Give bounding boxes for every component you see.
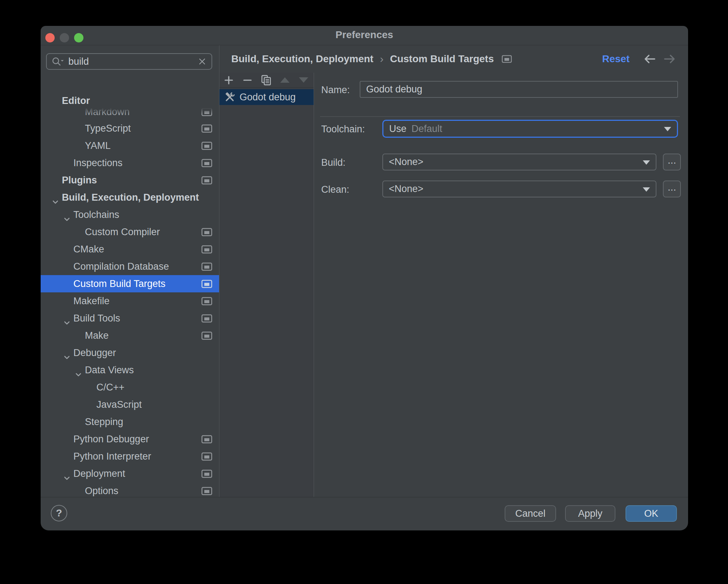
sidebar-item-label: Make [85, 327, 109, 344]
clean-value: <None> [389, 183, 423, 195]
build-browse-button[interactable]: ... [663, 154, 681, 170]
clean-select[interactable]: <None> [382, 181, 656, 197]
clean-browse-button[interactable]: ... [663, 181, 681, 197]
toolchain-label: Toolchain: [321, 124, 365, 135]
sidebar-item-plugins[interactable]: Plugins [41, 172, 219, 189]
settings-match-icon [201, 452, 212, 461]
sidebar-item-compilation-database[interactable]: Compilation Database [41, 258, 219, 275]
settings-match-icon [201, 142, 212, 150]
sidebar-item-label: Options [85, 482, 118, 497]
chevron-down-icon [63, 353, 71, 361]
sidebar-item-stepping[interactable]: Stepping [41, 413, 219, 430]
sidebar-item-makefile[interactable]: Makefile [41, 292, 219, 310]
sidebar-item-custom-build-targets[interactable]: Custom Build Targets [41, 275, 219, 292]
breadcrumb-separator: › [380, 53, 383, 65]
chevron-down-icon [63, 319, 71, 327]
sidebar-item-label: C/C++ [96, 379, 124, 396]
sidebar-item-inspections[interactable]: Inspections [41, 154, 219, 172]
form-divider [320, 116, 680, 117]
duplicate-target-icon[interactable] [257, 73, 276, 87]
sidebar-item-python-debugger[interactable]: Python Debugger [41, 430, 219, 448]
settings-match-icon [201, 280, 212, 288]
sidebar-item-cmake[interactable]: CMake [41, 241, 219, 258]
sidebar-item-label: Deployment [73, 465, 125, 482]
build-target-icon [224, 92, 235, 102]
sidebar-item-label: Debugger [73, 344, 116, 361]
sidebar-item-toolchains[interactable]: Toolchains [41, 206, 219, 223]
sidebar-item-typescript[interactable]: TypeScript [41, 120, 219, 137]
sidebar-item-options[interactable]: Options [41, 482, 219, 497]
name-field[interactable]: Godot debug [360, 81, 678, 98]
sidebar-item-label: YAML [85, 137, 111, 154]
preferences-dialog: Preferences build EditorMarkdownTypeScri… [41, 26, 688, 530]
sidebar-item-label: CMake [73, 241, 104, 258]
dropdown-arrow-icon [643, 187, 650, 192]
settings-match-icon [201, 263, 212, 271]
apply-button[interactable]: Apply [565, 505, 615, 522]
sidebar-item-label: Editor [62, 93, 90, 108]
sidebar-item-javascript[interactable]: JavaScript [41, 396, 219, 413]
sidebar-item-c-c[interactable]: C/C++ [41, 379, 219, 396]
toolchain-select[interactable]: Use Default [382, 120, 678, 138]
move-down-icon[interactable] [294, 73, 313, 87]
sidebar-item-label: Plugins [62, 172, 97, 189]
sidebar-item-label: JavaScript [96, 396, 142, 413]
settings-match-icon [201, 245, 212, 254]
sidebar-item-debugger[interactable]: Debugger [41, 344, 219, 361]
sidebar-item-build-tools[interactable]: Build Tools [41, 310, 219, 327]
sidebar-item-build-execution-deployment[interactable]: Build, Execution, Deployment [41, 189, 219, 206]
target-settings-form: Name: Godot debug Toolchain: Use Default… [314, 73, 688, 497]
settings-match-icon [201, 314, 212, 323]
sidebar-item-label: Custom Build Targets [73, 275, 165, 292]
move-up-icon[interactable] [276, 73, 294, 87]
sidebar-item-deployment[interactable]: Deployment [41, 465, 219, 482]
toolchain-value: Default [411, 123, 442, 134]
sidebar-item-yaml[interactable]: YAML [41, 137, 219, 154]
sidebar-item-make[interactable]: Make [41, 327, 219, 344]
dropdown-arrow-icon [664, 127, 671, 131]
sidebar-item-label: Stepping [85, 413, 123, 430]
sidebar-item-editor[interactable]: Editor [41, 93, 219, 108]
settings-match-icon [201, 470, 212, 478]
sidebar-item-label: TypeScript [85, 120, 131, 137]
build-label: Build: [321, 157, 346, 168]
name-value: Godot debug [366, 84, 422, 95]
sidebar-item-label: Data Views [85, 361, 134, 379]
chevron-down-icon [63, 474, 71, 482]
sidebar-item-python-interpreter[interactable]: Python Interpreter [41, 448, 219, 465]
ok-button[interactable]: OK [625, 505, 677, 522]
sidebar-item-label: Toolchains [73, 206, 119, 223]
clean-label: Clean: [321, 184, 349, 195]
toolchain-prefix: Use [389, 123, 406, 134]
cancel-button[interactable]: Cancel [505, 505, 556, 522]
back-arrow-button[interactable] [643, 53, 656, 65]
header-bar: Build, Execution, Deployment › Custom Bu… [219, 45, 688, 73]
sidebar-item-data-views[interactable]: Data Views [41, 361, 219, 379]
dialog-footer: ? Cancel Apply OK [41, 497, 688, 530]
sidebar-item-label: Compilation Database [73, 258, 169, 275]
sidebar-item-label: Custom Compiler [85, 223, 160, 241]
sidebar-item-label: Build, Execution, Deployment [62, 189, 199, 206]
build-targets-list-panel: Godot debug [219, 73, 314, 497]
reset-link[interactable]: Reset [602, 45, 629, 73]
add-target-icon[interactable] [219, 73, 238, 87]
settings-match-icon [201, 435, 212, 443]
sidebar-item-label: Python Interpreter [73, 448, 151, 465]
settings-match-icon [201, 228, 212, 236]
sidebar-item-custom-compiler[interactable]: Custom Compiler [41, 223, 219, 241]
breadcrumb-section[interactable]: Build, Execution, Deployment [231, 53, 373, 65]
settings-match-icon [201, 176, 212, 184]
sidebar-item-label: Inspections [73, 154, 123, 172]
window-title: Preferences [41, 26, 688, 45]
build-select[interactable]: <None> [382, 154, 656, 170]
settings-match-icon [201, 487, 212, 495]
chevron-down-icon [74, 371, 82, 379]
help-button[interactable]: ? [51, 505, 67, 521]
forward-arrow-button[interactable] [663, 53, 676, 65]
target-list-item-godot-debug[interactable]: Godot debug [219, 89, 314, 105]
target-item-label: Godot debug [240, 92, 296, 103]
remove-target-icon[interactable] [238, 73, 257, 87]
settings-match-icon [502, 55, 512, 63]
settings-tree: EditorMarkdownTypeScriptYAMLInspectionsP… [41, 45, 219, 497]
sidebar-item-label: Python Debugger [73, 430, 149, 448]
